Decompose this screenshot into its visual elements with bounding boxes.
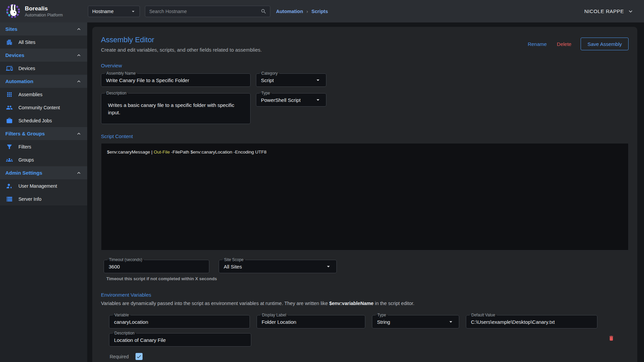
brand-name: Borealis xyxy=(25,5,63,12)
page-title: Assembly Editor xyxy=(101,36,262,44)
check-icon xyxy=(136,354,142,359)
user-name: NICOLE RAPPE xyxy=(584,8,624,14)
sidebar-item-groups[interactable]: Groups xyxy=(0,153,87,166)
devices-icon xyxy=(6,65,13,72)
sidebar-section-admin-settings[interactable]: Admin Settings xyxy=(0,166,87,179)
sidebar-item-filters[interactable]: Filters xyxy=(0,140,87,153)
chevron-down-icon xyxy=(627,8,634,15)
sidebar-item-devices[interactable]: Devices xyxy=(0,62,87,75)
sidebar-item-label: Filters xyxy=(18,144,31,149)
variable-value: canaryLocation xyxy=(114,319,148,325)
code-segment: $env:canaryMessage | xyxy=(107,149,154,155)
breadcrumb-automation[interactable]: Automation xyxy=(276,9,303,14)
groups-icon xyxy=(6,157,13,163)
required-label: Required xyxy=(110,354,129,359)
sidebar-item-user-management[interactable]: User Management xyxy=(0,179,87,192)
brand-subtitle: Automation Platform xyxy=(25,13,63,17)
sidebar-item-label: Groups xyxy=(18,157,34,163)
breadcrumb-scripts[interactable]: Scripts xyxy=(312,9,328,14)
main-content: Assembly Editor Create and edit variable… xyxy=(87,22,644,362)
overview-grid: Assembly Name Write Canary File to a Spe… xyxy=(101,73,629,124)
assembly-name-field[interactable]: Assembly Name Write Canary File to a Spe… xyxy=(101,73,251,87)
chevron-up-icon xyxy=(76,131,82,137)
site-scope-value: All Sites xyxy=(224,264,242,269)
sidebar-item-scheduled-jobs[interactable]: Scheduled Jobs xyxy=(0,114,87,127)
type-select[interactable]: Type PowerShell Script xyxy=(256,93,326,107)
brand-text: Borealis Automation Platform xyxy=(25,5,63,17)
timeout-field[interactable]: Timeout (seconds) 3600 xyxy=(104,260,209,273)
sidebar-filler xyxy=(0,205,87,362)
sidebar-item-label: All Sites xyxy=(18,40,36,45)
caret-down-icon xyxy=(447,318,454,325)
sidebar-section-sites[interactable]: Sites xyxy=(0,22,87,36)
script-content-editor[interactable]: $env:canaryMessage | Out-File -FilePath … xyxy=(101,143,629,250)
type-label: Type xyxy=(260,91,272,96)
user-menu[interactable]: NICOLE RAPPE xyxy=(584,8,634,15)
env-row-line1: Variable canaryLocation Display Label Fo… xyxy=(109,315,629,328)
site-scope-label: Site Scope xyxy=(222,257,245,262)
delete-button[interactable]: Delete xyxy=(556,40,572,48)
section-label: Automation xyxy=(5,78,33,84)
var-description-field[interactable]: Description Location of Canary File xyxy=(109,333,251,347)
default-value-field[interactable]: Default Value C:\Users\example\Desktop\C… xyxy=(466,315,597,328)
variable-field[interactable]: Variable canaryLocation xyxy=(109,315,250,328)
env-row-line3: Required xyxy=(110,353,629,360)
topbar: Hostname Automation › Scripts NICOLE RAP… xyxy=(87,0,644,22)
description-field[interactable]: Description Writes a basic canary file t… xyxy=(101,93,251,124)
sidebar-section-automation[interactable]: Automation xyxy=(0,75,87,88)
grid-icon xyxy=(6,91,13,98)
assembly-name-value: Write Canary File to a Specific Folder xyxy=(106,77,189,83)
filter-icon xyxy=(6,143,13,150)
variable-label: Variable xyxy=(113,313,130,317)
env-vars-section-label: Environment Variables xyxy=(101,292,629,298)
hostname-select[interactable]: Hostname xyxy=(88,6,140,17)
sidebar-item-server-info[interactable]: Server Info xyxy=(0,192,87,205)
code-segment: -FilePath $env:canaryLocation -Encoding … xyxy=(170,149,266,155)
timeout-helper-text: Timeout this script if not completed wit… xyxy=(106,276,629,281)
breadcrumb-separator: › xyxy=(307,8,308,14)
chevron-up-icon xyxy=(76,78,82,84)
display-label-field[interactable]: Display Label Folder Location xyxy=(257,315,365,328)
building-icon xyxy=(6,39,13,46)
page-subtitle: Create and edit variables, scripts, and … xyxy=(101,47,262,53)
sidebar-section-filters-groups[interactable]: Filters & Groups xyxy=(0,127,87,140)
overview-section-label: Overview xyxy=(101,63,629,68)
chevron-up-icon xyxy=(76,52,82,58)
brand-area: Borealis Automation Platform xyxy=(0,0,87,22)
sidebar-section-devices[interactable]: Devices xyxy=(0,49,87,62)
sidebar-item-label: Scheduled Jobs xyxy=(18,118,52,123)
site-scope-select[interactable]: Site Scope All Sites xyxy=(219,260,337,273)
var-description-label: Description xyxy=(113,331,136,336)
env-desc-code: $env:variableName xyxy=(329,301,373,306)
sidebar-item-community-content[interactable]: Community Content xyxy=(0,101,87,114)
category-select[interactable]: Category Script xyxy=(256,73,326,87)
sidebar-item-all-sites[interactable]: All Sites xyxy=(0,36,87,49)
server-icon xyxy=(6,196,13,202)
sidebar-item-label: Community Content xyxy=(18,105,60,110)
section-label: Filters & Groups xyxy=(5,131,45,136)
search-input[interactable] xyxy=(149,9,261,14)
save-assembly-button[interactable]: Save Assembly xyxy=(581,38,629,50)
var-type-select[interactable]: Type String xyxy=(372,315,459,328)
required-checkbox[interactable] xyxy=(136,353,143,360)
var-description-value: Location of Canary File xyxy=(114,337,166,343)
search-icon xyxy=(261,8,267,14)
sidebar-item-label: Server Info xyxy=(18,196,41,202)
type-value: PowerShell Script xyxy=(261,97,301,103)
card-header: Assembly Editor Create and edit variable… xyxy=(101,36,629,53)
delete-variable-button[interactable] xyxy=(608,335,614,343)
title-block: Assembly Editor Create and edit variable… xyxy=(101,36,262,53)
user-gear-icon xyxy=(6,183,13,189)
sidebar-item-label: User Management xyxy=(18,183,57,189)
rename-button[interactable]: Rename xyxy=(527,40,547,48)
sidebar-item-assemblies[interactable]: Assemblies xyxy=(0,88,87,101)
section-label: Devices xyxy=(5,52,24,58)
description-value: Writes a basic canary file to a specific… xyxy=(108,102,244,116)
sidebar-item-label: Assemblies xyxy=(18,92,43,97)
timeout-value: 3600 xyxy=(109,264,120,269)
category-label: Category xyxy=(260,71,279,76)
assembly-editor-card: Assembly Editor Create and edit variable… xyxy=(92,27,637,362)
hostname-searchbox[interactable] xyxy=(145,6,270,17)
app-window: Borealis Automation Platform Hostname Au… xyxy=(0,0,644,362)
briefcase-icon xyxy=(6,117,13,124)
